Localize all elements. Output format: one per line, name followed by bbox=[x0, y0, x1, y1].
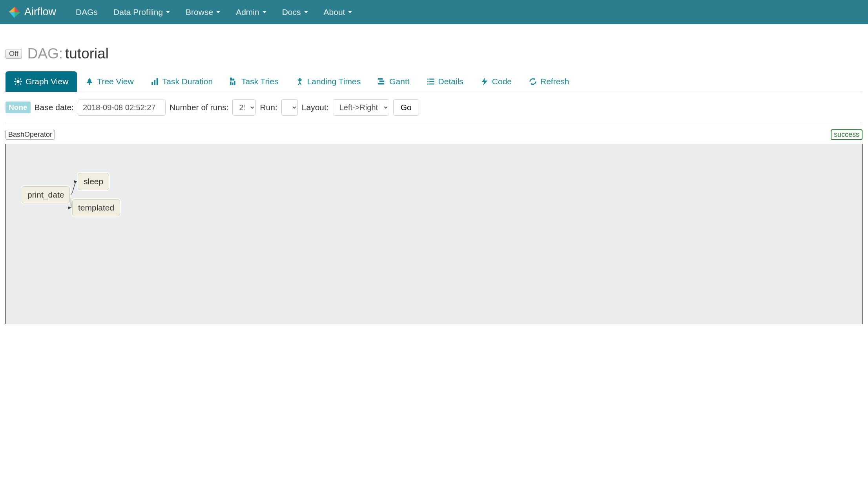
run-label: Run: bbox=[260, 103, 277, 112]
land-icon bbox=[296, 78, 304, 85]
svg-line-8 bbox=[15, 84, 16, 85]
title-row: Off DAG: tutorial bbox=[5, 45, 863, 62]
svg-rect-10 bbox=[154, 80, 155, 85]
tab-refresh[interactable]: Refresh bbox=[520, 71, 578, 92]
nav-item-dags[interactable]: DAGs bbox=[68, 0, 106, 24]
svg-point-0 bbox=[16, 80, 20, 83]
schedule-badge: None bbox=[5, 102, 31, 113]
svg-rect-24 bbox=[429, 81, 434, 82]
bar-icon bbox=[151, 78, 159, 85]
tab-label: Task Duration bbox=[162, 77, 213, 86]
base-date-input[interactable] bbox=[78, 100, 166, 116]
caret-down-icon bbox=[263, 11, 266, 13]
svg-point-23 bbox=[427, 81, 428, 82]
num-runs-label: Number of runs: bbox=[170, 103, 229, 112]
num-runs-select[interactable]: 25 bbox=[232, 99, 256, 116]
dag-name: tutorial bbox=[65, 45, 109, 62]
airflow-logo-icon bbox=[8, 5, 21, 19]
tab-graph-view[interactable]: Graph View bbox=[5, 71, 77, 92]
svg-rect-9 bbox=[151, 82, 153, 85]
legend-row: BashOperator success bbox=[5, 123, 863, 144]
tab-label: Details bbox=[438, 77, 463, 86]
svg-point-17 bbox=[299, 78, 301, 80]
tab-code[interactable]: Code bbox=[472, 71, 520, 92]
caret-down-icon bbox=[216, 11, 220, 13]
brand-wrap[interactable]: Airflow bbox=[8, 5, 56, 19]
operator-legend-chip[interactable]: BashOperator bbox=[5, 130, 55, 140]
tab-label: Code bbox=[492, 77, 512, 86]
bolt-icon bbox=[481, 78, 489, 85]
svg-line-5 bbox=[15, 79, 16, 80]
tab-label: Graph View bbox=[26, 77, 68, 86]
tab-label: Tree View bbox=[97, 77, 133, 86]
list-icon bbox=[427, 78, 435, 85]
svg-rect-16 bbox=[234, 81, 235, 85]
tab-label: Task Tries bbox=[241, 77, 279, 86]
svg-rect-20 bbox=[378, 83, 384, 85]
burst-icon bbox=[14, 78, 22, 85]
svg-line-7 bbox=[20, 79, 21, 80]
edge-print_date-sleep bbox=[70, 182, 77, 195]
refresh-icon bbox=[529, 78, 537, 85]
tab-landing-times[interactable]: Landing Times bbox=[287, 71, 370, 92]
caret-down-icon bbox=[348, 11, 352, 13]
svg-rect-15 bbox=[232, 83, 233, 85]
tab-task-tries[interactable]: Task Tries bbox=[221, 71, 287, 92]
task-node-sleep[interactable]: sleep bbox=[78, 173, 109, 190]
base-date-label: Base date: bbox=[35, 103, 74, 112]
svg-rect-11 bbox=[156, 78, 158, 85]
task-node-templated[interactable]: templated bbox=[72, 199, 120, 216]
navbar: Airflow DAGsData ProfilingBrowseAdminDoc… bbox=[0, 0, 868, 24]
layout-select[interactable]: Left->Right bbox=[333, 99, 389, 116]
svg-rect-19 bbox=[379, 81, 385, 82]
graph-canvas[interactable]: print_datesleeptemplated bbox=[5, 144, 863, 324]
gantt-icon bbox=[378, 78, 386, 85]
nav-item-about[interactable]: About bbox=[316, 0, 360, 24]
dag-label: DAG: bbox=[27, 45, 63, 62]
tree-icon bbox=[86, 78, 93, 85]
nav-item-admin[interactable]: Admin bbox=[228, 0, 274, 24]
go-button[interactable]: Go bbox=[393, 99, 419, 116]
tab-label: Gantt bbox=[389, 77, 409, 86]
svg-rect-12 bbox=[230, 78, 232, 81]
tab-label: Refresh bbox=[540, 77, 569, 86]
caret-down-icon bbox=[304, 11, 308, 13]
layout-label: Layout: bbox=[302, 103, 329, 112]
nav-items: DAGsData ProfilingBrowseAdminDocsAbout bbox=[68, 0, 360, 24]
bartry-icon bbox=[230, 78, 238, 85]
svg-line-6 bbox=[20, 84, 21, 85]
svg-rect-18 bbox=[378, 78, 383, 80]
tabs-row: Graph ViewTree ViewTask DurationTask Tri… bbox=[5, 71, 863, 92]
caret-down-icon bbox=[166, 11, 170, 13]
controls-row: None Base date: Number of runs: 25 Run: … bbox=[5, 92, 863, 123]
nav-item-browse[interactable]: Browse bbox=[178, 0, 228, 24]
state-legend-chip[interactable]: success bbox=[831, 129, 863, 140]
svg-rect-26 bbox=[429, 84, 434, 85]
tab-tree-view[interactable]: Tree View bbox=[77, 71, 142, 92]
dag-toggle-button[interactable]: Off bbox=[5, 49, 22, 59]
tab-task-duration[interactable]: Task Duration bbox=[142, 71, 221, 92]
svg-rect-13 bbox=[232, 79, 234, 81]
tab-label: Landing Times bbox=[307, 77, 361, 86]
brand-text: Airflow bbox=[24, 6, 56, 18]
nav-item-data-profiling[interactable]: Data Profiling bbox=[106, 0, 178, 24]
edge-print_date-templated bbox=[70, 195, 71, 208]
task-node-print_date[interactable]: print_date bbox=[22, 186, 70, 203]
run-select[interactable] bbox=[281, 99, 298, 116]
svg-point-21 bbox=[427, 78, 428, 80]
svg-rect-14 bbox=[230, 82, 232, 85]
graph-edges bbox=[6, 144, 862, 324]
nav-item-docs[interactable]: Docs bbox=[274, 0, 316, 24]
tab-gantt[interactable]: Gantt bbox=[369, 71, 418, 92]
svg-point-25 bbox=[427, 84, 428, 85]
svg-rect-22 bbox=[429, 79, 434, 80]
tab-details[interactable]: Details bbox=[418, 71, 472, 92]
